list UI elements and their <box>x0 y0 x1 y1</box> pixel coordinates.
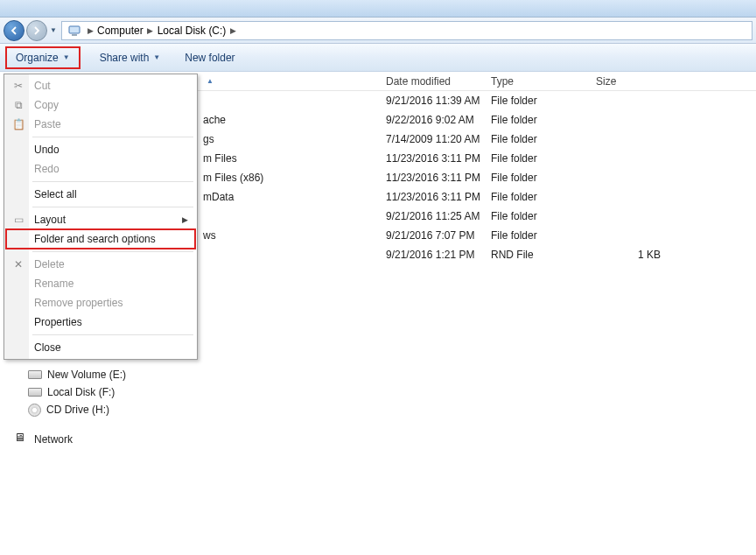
file-type: File folder <box>486 191 591 203</box>
tree-item-drive[interactable]: Local Disk (F:) <box>9 383 149 401</box>
new-folder-button[interactable]: New folder <box>179 49 240 67</box>
copy-icon: ⧉ <box>11 98 25 112</box>
chevron-right-icon[interactable]: ▶ <box>145 26 156 35</box>
file-type: File folder <box>486 229 591 242</box>
menu-properties[interactable]: Properties <box>6 313 195 332</box>
menu-close[interactable]: Close <box>6 338 195 357</box>
file-name-tail: ache <box>203 114 226 126</box>
organize-label: Organize <box>16 52 59 64</box>
file-type: File folder <box>486 133 591 145</box>
share-with-button[interactable]: Share with ▼ <box>94 49 166 67</box>
computer-icon <box>67 24 81 38</box>
file-size: 1 KB <box>591 249 661 261</box>
history-dropdown[interactable]: ▼ <box>49 20 58 41</box>
menu-rename[interactable]: Rename <box>6 274 195 293</box>
file-date: 7/14/2009 11:20 AM <box>381 133 486 145</box>
menu-paste[interactable]: 📋Paste <box>6 115 195 134</box>
menu-label: Paste <box>34 118 61 130</box>
network-icon <box>16 433 29 446</box>
file-type: File folder <box>486 210 591 222</box>
menu-separator <box>32 181 193 182</box>
tree-item-label: CD Drive (H:) <box>46 404 109 416</box>
file-type: File folder <box>486 95 591 107</box>
file-name-tail: ws <box>203 229 216 242</box>
menu-label: Folder and search options <box>34 233 156 245</box>
menu-remove-properties[interactable]: Remove properties <box>6 293 195 313</box>
column-type[interactable]: Type <box>486 75 591 88</box>
tree-item-drive[interactable]: New Volume (E:) <box>9 366 149 383</box>
file-list-pane: ▲ Date modified Type Size 9/21/2016 11:3… <box>149 72 756 555</box>
paste-icon: 📋 <box>11 117 25 131</box>
menu-label: Remove properties <box>34 297 122 309</box>
delete-icon: ✕ <box>11 257 25 271</box>
back-button[interactable] <box>4 20 24 41</box>
file-type: RND File <box>486 249 591 261</box>
menu-select-all[interactable]: Select all <box>6 185 195 204</box>
file-row[interactable]: mData11/23/2016 3:11 PMFile folder <box>149 187 756 207</box>
file-date: 11/23/2016 3:11 PM <box>381 152 486 165</box>
tree-item-label: Network <box>34 433 73 446</box>
file-row[interactable]: 9/21/2016 11:39 AMFile folder <box>149 91 756 110</box>
file-date: 11/23/2016 3:11 PM <box>381 172 486 184</box>
file-row[interactable]: 9/21/2016 1:21 PMRND File1 KB <box>149 245 756 264</box>
breadcrumb-local-disk-c[interactable]: Local Disk (C:) <box>156 22 228 39</box>
cd-icon <box>28 404 41 417</box>
file-row[interactable]: 9/21/2016 11:25 AMFile folder <box>149 207 756 226</box>
submenu-arrow-icon: ▶ <box>182 215 188 224</box>
svg-rect-0 <box>69 26 80 33</box>
menu-undo[interactable]: Undo <box>6 140 195 159</box>
menu-delete[interactable]: ✕Delete <box>6 255 195 274</box>
menu-separator <box>32 334 193 335</box>
menu-label: Close <box>34 341 61 354</box>
menu-layout[interactable]: ▭Layout▶ <box>6 210 195 229</box>
file-name-tail: m Files (x86) <box>203 172 263 184</box>
address-bar[interactable]: ▶ Computer ▶ Local Disk (C:) ▶ <box>61 21 752 40</box>
menu-label: Undo <box>34 144 60 156</box>
file-type: File folder <box>486 114 591 126</box>
file-row[interactable]: ws9/21/2016 7:07 PMFile folder <box>149 226 756 245</box>
sort-indicator-icon: ▲ <box>206 77 214 85</box>
file-row[interactable]: m Files (x86)11/23/2016 3:11 PMFile fold… <box>149 168 756 187</box>
drive-icon <box>28 388 42 397</box>
menu-separator <box>32 251 193 252</box>
file-row[interactable]: gs7/14/2009 11:20 AMFile folder <box>149 130 756 149</box>
tree-item-label: Local Disk (F:) <box>47 386 115 398</box>
file-date: 9/22/2016 9:02 AM <box>381 114 486 126</box>
svg-rect-1 <box>72 34 77 36</box>
file-name-tail: m Files <box>203 152 237 165</box>
file-name-tail: mData <box>203 191 234 203</box>
organize-button[interactable]: Organize ▼ <box>10 49 75 67</box>
chevron-right-icon[interactable]: ▶ <box>228 26 238 35</box>
command-bar: Organize ▼ Share with ▼ New folder <box>0 44 756 72</box>
tree-item-network[interactable]: Network <box>9 431 149 448</box>
layout-icon: ▭ <box>11 213 25 227</box>
file-name-tail: gs <box>203 133 214 145</box>
menu-label: Select all <box>34 188 77 200</box>
file-date: 9/21/2016 7:07 PM <box>381 229 486 242</box>
drive-icon <box>28 370 42 379</box>
file-row[interactable]: m Files11/23/2016 3:11 PMFile folder <box>149 149 756 168</box>
highlight-organize: Organize ▼ <box>5 46 80 69</box>
menu-copy[interactable]: ⧉Copy <box>6 95 195 115</box>
column-size[interactable]: Size <box>591 75 661 88</box>
breadcrumb-computer[interactable]: Computer <box>95 22 145 39</box>
menu-cut[interactable]: ✂Cut <box>6 76 195 95</box>
menu-separator <box>32 207 193 207</box>
file-row[interactable]: ache9/22/2016 9:02 AMFile folder <box>149 110 756 130</box>
menu-label: Redo <box>34 163 60 175</box>
chevron-right-icon[interactable]: ▶ <box>85 26 95 35</box>
menu-label: Delete <box>34 258 65 270</box>
new-folder-label: New folder <box>185 52 234 64</box>
forward-button[interactable] <box>26 20 47 41</box>
menu-label: Cut <box>34 80 51 92</box>
file-rows: 9/21/2016 11:39 AMFile folderache9/22/20… <box>149 91 756 264</box>
file-type: File folder <box>486 172 591 184</box>
menu-redo[interactable]: Redo <box>6 159 195 179</box>
file-date: 9/21/2016 11:25 AM <box>381 210 486 222</box>
nav-bar: ▼ ▶ Computer ▶ Local Disk (C:) ▶ <box>0 18 756 44</box>
window-titlebar <box>0 0 756 18</box>
menu-folder-and-search-options[interactable]: Folder and search options <box>6 229 195 249</box>
column-date[interactable]: Date modified <box>381 75 486 88</box>
tree-item-cd-drive[interactable]: CD Drive (H:) <box>9 401 149 418</box>
file-date: 9/21/2016 1:21 PM <box>381 249 486 261</box>
